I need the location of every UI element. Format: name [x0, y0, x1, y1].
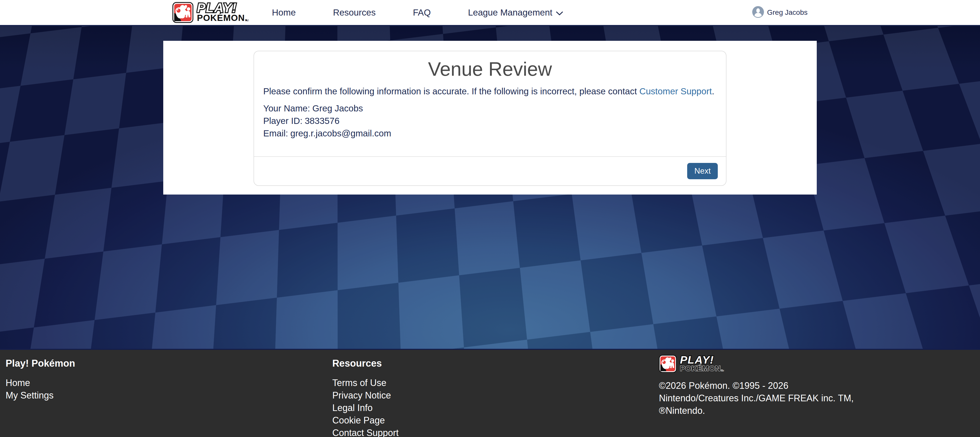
footer-column-resources: Resources Terms of Use Privacy Notice Le…: [327, 350, 654, 437]
logo-pokemon-text: POKÉMON.: [680, 364, 723, 372]
nav-link-home-label: Home: [272, 7, 296, 17]
field-player-id-label: Player ID:: [263, 116, 302, 126]
nav-link-resources-label: Resources: [333, 7, 375, 17]
content-panel: Venue Review Please confirm the followin…: [163, 41, 817, 194]
nav-dropdown-league-management[interactable]: League Management: [468, 7, 563, 17]
customer-support-link[interactable]: Customer Support: [640, 86, 712, 96]
copyright-text: ©2026 Pokémon. ©1995 - 2026 Nintendo/Cre…: [659, 379, 980, 417]
field-email: Email:greg.r.jacobs@gmail.com: [263, 127, 717, 140]
footer-link-legal-info[interactable]: Legal Info: [332, 402, 654, 414]
field-your-name: Your Name:Greg Jacobs: [263, 102, 717, 114]
logo-wordmark: PLAY! POKÉMON. TM: [196, 2, 248, 23]
user-menu[interactable]: Greg Jacobs: [752, 6, 808, 19]
field-your-name-label: Your Name:: [263, 103, 310, 113]
footer-heading-play-pokemon: Play! Pokémon: [6, 358, 327, 369]
page-title: Venue Review: [254, 58, 726, 80]
user-avatar-icon: [752, 6, 764, 19]
user-name: Greg Jacobs: [767, 8, 808, 17]
footer-link-my-settings[interactable]: My Settings: [6, 389, 327, 402]
intro-prefix: Please confirm the following information…: [263, 86, 640, 96]
intro-text: Please confirm the following information…: [263, 86, 717, 97]
copyright-line-2: Nintendo/Creatures Inc./GAME FREAK inc. …: [659, 392, 980, 404]
footer-column-play-pokemon: Play! Pokémon Home My Settings: [0, 350, 327, 437]
play-pokemon-logo[interactable]: PLAY! POKÉMON. TM: [172, 2, 248, 23]
footer-link-contact-support[interactable]: Contact Support: [332, 427, 654, 437]
copyright-line-1: ©2026 Pokémon. ©1995 - 2026: [659, 379, 980, 392]
card-footer: Next: [254, 156, 726, 185]
field-your-name-value: Greg Jacobs: [312, 103, 363, 113]
footer-link-privacy-notice[interactable]: Privacy Notice: [332, 389, 654, 402]
nav-link-league-management-label: League Management: [468, 7, 552, 17]
nav-link-home[interactable]: Home: [272, 7, 296, 17]
nav-link-resources[interactable]: Resources: [333, 7, 375, 17]
field-email-value: greg.r.jacobs@gmail.com: [290, 128, 391, 138]
footer-link-cookie-page[interactable]: Cookie Page: [332, 414, 654, 427]
next-button[interactable]: Next: [687, 163, 718, 179]
footer-link-terms-of-use[interactable]: Terms of Use: [332, 377, 654, 389]
logo-wordmark: PLAY! POKÉMON. TM: [679, 355, 724, 374]
chevron-down-icon: [556, 7, 563, 17]
intro-suffix: .: [712, 86, 714, 96]
logo-tm-text: TM: [721, 369, 724, 372]
field-player-id-value: 3833576: [305, 116, 339, 126]
field-player-id: Player ID:3833576: [263, 114, 717, 127]
logo-tm-text: TM: [245, 19, 248, 22]
footer-link-home[interactable]: Home: [6, 377, 327, 389]
page-footer: Play! Pokémon Home My Settings Resources…: [0, 350, 980, 437]
venue-review-card: Venue Review Please confirm the followin…: [253, 51, 727, 186]
player-info: Your Name:Greg Jacobs Player ID:3833576 …: [263, 102, 717, 140]
footer-heading-resources: Resources: [332, 358, 654, 369]
nav-link-faq-label: FAQ: [413, 7, 431, 17]
copyright-line-3: ®Nintendo.: [659, 404, 980, 417]
pokeball-badge-icon: [172, 2, 193, 23]
field-email-label: Email:: [263, 128, 288, 138]
page-body: Venue Review Please confirm the followin…: [0, 26, 980, 349]
navbar-container: PLAY! POKÉMON. TM Home Resources FAQ Lea…: [163, 0, 817, 25]
footer-play-pokemon-logo: PLAY! POKÉMON. TM: [659, 355, 980, 374]
main-navigation: Home Resources FAQ League Management: [272, 7, 563, 17]
footer-column-brand: PLAY! POKÉMON. TM ©2026 Pokémon. ©1995 -…: [653, 350, 980, 437]
pokeball-badge-icon: [659, 355, 677, 374]
top-navbar: PLAY! POKÉMON. TM Home Resources FAQ Lea…: [0, 0, 980, 26]
logo-pokemon-text: POKÉMON.: [197, 13, 248, 23]
nav-link-faq[interactable]: FAQ: [413, 7, 431, 17]
